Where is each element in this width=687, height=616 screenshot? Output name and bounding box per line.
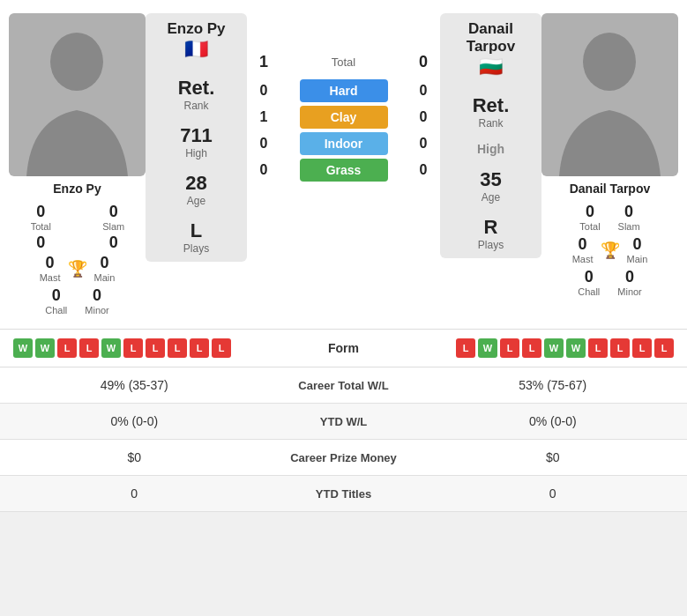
right-rank-item: Ret. Rank: [473, 94, 510, 130]
left-minor-cell: 0 Minor: [85, 286, 109, 315]
stats-right-val: 0% (0-0): [432, 414, 675, 428]
left-trophy-icon: 🏆: [68, 259, 87, 278]
right-chall-cell: 0 Chall: [578, 268, 600, 297]
right-trophy-icon: 🏆: [601, 241, 620, 260]
left-high-item: 711 High: [180, 124, 213, 160]
stats-right-val: 53% (75-67): [432, 378, 675, 392]
surface-row: 0 Hard 0: [250, 79, 437, 102]
left-stat-slam: 0 Slam: [82, 203, 146, 232]
stats-label: YTD W/L: [256, 415, 432, 428]
surface-val-left: 0: [250, 162, 277, 178]
left-stat-mast: 0: [9, 234, 73, 252]
left-plays-item: L Plays: [183, 219, 209, 255]
surface-val-left: 0: [250, 83, 277, 99]
form-badge-left: L: [123, 338, 143, 358]
stats-right-val: $0: [432, 450, 675, 464]
svg-point-1: [50, 33, 103, 91]
stats-row: 49% (35-37) Career Total W/L 53% (75-67): [0, 367, 687, 404]
right-player-card: Danail Tarpov 0 Total 0 Slam 0 Mast 🏆: [541, 13, 678, 315]
surface-btn-hard[interactable]: Hard: [300, 79, 388, 102]
form-label: Form: [291, 341, 397, 355]
stats-left-val: $0: [13, 450, 256, 464]
form-badge-left: L: [79, 338, 99, 358]
stats-right-val: 0: [432, 486, 675, 501]
stats-label: Career Total W/L: [256, 379, 432, 392]
left-flag: 🇫🇷: [184, 38, 208, 61]
form-badge-left: W: [13, 338, 33, 358]
surface-row: 1 Clay 0: [250, 106, 437, 129]
stats-section: 49% (35-37) Career Total W/L 53% (75-67)…: [0, 367, 687, 512]
right-stat-total: 0 Total: [579, 203, 600, 232]
right-age-item: 35 Age: [480, 168, 501, 204]
left-chall-cell: 0 Chall: [45, 286, 67, 315]
form-badge-left: L: [146, 338, 165, 358]
left-age-item: 28 Age: [185, 172, 206, 207]
left-main-cell: 0 Main: [94, 254, 116, 283]
surface-val-left: 1: [250, 109, 277, 125]
form-badge-right: L: [654, 338, 674, 358]
form-badge-right: W: [544, 338, 564, 358]
surface-row: 0 Grass 0: [250, 159, 437, 182]
left-stat-total: 0 Total: [9, 203, 73, 232]
stats-left-val: 0: [13, 486, 256, 501]
stats-label: YTD Titles: [256, 487, 432, 501]
right-player-avatar: [541, 13, 678, 176]
left-player-stats: 0 Total 0 Slam 0 0: [9, 203, 146, 252]
surface-rows: 0 Hard 0 1 Clay 0 0 Indoor 0 0 Grass 0: [250, 79, 437, 182]
surface-val-left: 0: [250, 136, 277, 152]
right-header-name: Danail Tarpov: [447, 20, 534, 56]
right-mast-cell: 0 Mast: [572, 235, 594, 264]
form-badge-right: W: [566, 338, 586, 358]
left-stat-main: 0: [82, 234, 146, 252]
surface-val-right: 0: [410, 109, 437, 125]
form-badge-left: L: [190, 338, 209, 358]
right-high-item: High: [477, 142, 504, 156]
left-player-avatar: [9, 13, 146, 176]
form-badge-left: W: [35, 338, 55, 358]
left-mast-cell: 0 Mast: [40, 254, 61, 283]
right-main-cell: 0 Main: [627, 235, 648, 264]
stats-label: Career Prize Money: [256, 451, 432, 464]
left-player-card: Enzo Py 0 Total 0 Slam 0 0: [9, 13, 146, 315]
totals-row: 1 Total 0: [250, 53, 437, 71]
surface-val-right: 0: [410, 162, 437, 178]
stats-row: $0 Career Prize Money $0: [0, 440, 687, 476]
form-badge-right: L: [522, 338, 541, 358]
left-rank-item: Ret. Rank: [178, 77, 215, 112]
left-header-name: Enzo Py: [167, 20, 225, 38]
surface-btn-clay[interactable]: Clay: [300, 106, 388, 129]
right-player-name: Danail Tarpov: [570, 182, 651, 196]
left-data-panel: Enzo Py 🇫🇷 Ret. Rank 711 High 28 Age L: [146, 13, 247, 262]
form-badge-right: L: [588, 338, 608, 358]
left-player-name: Enzo Py: [53, 182, 101, 196]
stats-row: 0% (0-0) YTD W/L 0% (0-0): [0, 404, 687, 440]
surface-val-right: 0: [410, 83, 437, 99]
form-badge-left: L: [168, 338, 187, 358]
surface-btn-indoor[interactable]: Indoor: [300, 132, 388, 155]
right-data-panel: Danail Tarpov 🇧🇬 Ret. Rank High 35 Age R…: [440, 13, 541, 258]
form-section: WWLLWLLLLL Form LWLLWWLLLL: [0, 330, 687, 367]
right-stat-slam: 0 Slam: [618, 203, 640, 232]
form-badges-right: LWLLWWLLLL: [397, 338, 675, 358]
form-badge-left: L: [57, 338, 77, 358]
form-badge-right: L: [610, 338, 630, 358]
stats-left-val: 0% (0-0): [13, 414, 256, 428]
surface-row: 0 Indoor 0: [250, 132, 437, 155]
player-compare-section: Enzo Py 0 Total 0 Slam 0 0: [0, 0, 687, 330]
right-plays-item: R Plays: [478, 216, 504, 251]
center-wrapper: Enzo Py 🇫🇷 Ret. Rank 711 High 28 Age L: [146, 13, 541, 315]
surface-val-right: 0: [410, 136, 437, 152]
form-badge-left: L: [212, 338, 231, 358]
surface-btn-grass[interactable]: Grass: [300, 159, 388, 182]
form-badge-right: L: [456, 338, 475, 358]
right-minor-cell: 0 Minor: [617, 268, 642, 297]
right-flag: 🇧🇬: [479, 56, 503, 78]
form-badge-right: L: [500, 338, 519, 358]
surface-panel: 1 Total 0 0 Hard 0 1 Clay 0 0 Indoor 0 0…: [250, 13, 437, 182]
form-badges-left: WWLLWLLLLL: [13, 338, 291, 358]
svg-point-3: [583, 33, 636, 91]
stats-left-val: 49% (35-37): [13, 378, 256, 392]
form-badge-left: W: [101, 338, 121, 358]
form-badge-right: W: [478, 338, 497, 358]
form-badge-right: L: [632, 338, 652, 358]
